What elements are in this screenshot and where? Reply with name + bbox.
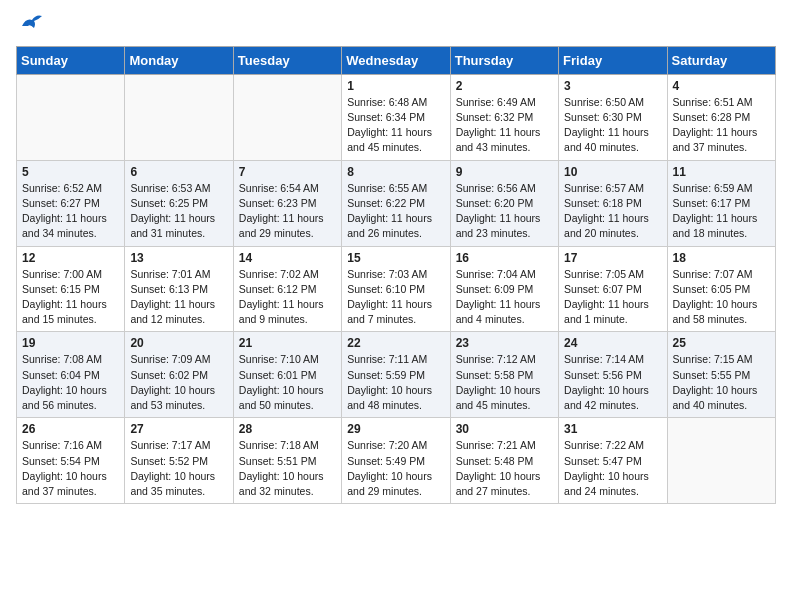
calendar-cell: 30Sunrise: 7:21 AM Sunset: 5:48 PM Dayli…: [450, 418, 558, 504]
calendar-cell: 19Sunrise: 7:08 AM Sunset: 6:04 PM Dayli…: [17, 332, 125, 418]
calendar-cell: 22Sunrise: 7:11 AM Sunset: 5:59 PM Dayli…: [342, 332, 450, 418]
day-number: 16: [456, 251, 553, 265]
calendar-cell: 31Sunrise: 7:22 AM Sunset: 5:47 PM Dayli…: [559, 418, 667, 504]
calendar-cell: 15Sunrise: 7:03 AM Sunset: 6:10 PM Dayli…: [342, 246, 450, 332]
day-number: 10: [564, 165, 661, 179]
weekday-header: Monday: [125, 46, 233, 74]
day-info: Sunrise: 7:05 AM Sunset: 6:07 PM Dayligh…: [564, 267, 661, 328]
day-number: 30: [456, 422, 553, 436]
calendar-cell: [125, 74, 233, 160]
day-info: Sunrise: 6:57 AM Sunset: 6:18 PM Dayligh…: [564, 181, 661, 242]
day-number: 17: [564, 251, 661, 265]
calendar-cell: 13Sunrise: 7:01 AM Sunset: 6:13 PM Dayli…: [125, 246, 233, 332]
day-number: 26: [22, 422, 119, 436]
day-info: Sunrise: 7:03 AM Sunset: 6:10 PM Dayligh…: [347, 267, 444, 328]
calendar-cell: [17, 74, 125, 160]
day-info: Sunrise: 7:01 AM Sunset: 6:13 PM Dayligh…: [130, 267, 227, 328]
day-number: 2: [456, 79, 553, 93]
calendar-week-row: 19Sunrise: 7:08 AM Sunset: 6:04 PM Dayli…: [17, 332, 776, 418]
day-number: 19: [22, 336, 119, 350]
day-number: 28: [239, 422, 336, 436]
day-number: 24: [564, 336, 661, 350]
day-info: Sunrise: 6:56 AM Sunset: 6:20 PM Dayligh…: [456, 181, 553, 242]
weekday-header: Wednesday: [342, 46, 450, 74]
calendar-cell: [233, 74, 341, 160]
day-info: Sunrise: 7:11 AM Sunset: 5:59 PM Dayligh…: [347, 352, 444, 413]
day-number: 23: [456, 336, 553, 350]
calendar-cell: 5Sunrise: 6:52 AM Sunset: 6:27 PM Daylig…: [17, 160, 125, 246]
day-info: Sunrise: 7:12 AM Sunset: 5:58 PM Dayligh…: [456, 352, 553, 413]
day-number: 14: [239, 251, 336, 265]
day-info: Sunrise: 7:10 AM Sunset: 6:01 PM Dayligh…: [239, 352, 336, 413]
day-info: Sunrise: 7:14 AM Sunset: 5:56 PM Dayligh…: [564, 352, 661, 413]
day-number: 27: [130, 422, 227, 436]
calendar-week-row: 1Sunrise: 6:48 AM Sunset: 6:34 PM Daylig…: [17, 74, 776, 160]
day-info: Sunrise: 7:07 AM Sunset: 6:05 PM Dayligh…: [673, 267, 770, 328]
day-info: Sunrise: 6:48 AM Sunset: 6:34 PM Dayligh…: [347, 95, 444, 156]
calendar-cell: 7Sunrise: 6:54 AM Sunset: 6:23 PM Daylig…: [233, 160, 341, 246]
weekday-header: Friday: [559, 46, 667, 74]
day-number: 4: [673, 79, 770, 93]
day-number: 5: [22, 165, 119, 179]
calendar-cell: 28Sunrise: 7:18 AM Sunset: 5:51 PM Dayli…: [233, 418, 341, 504]
calendar-cell: 17Sunrise: 7:05 AM Sunset: 6:07 PM Dayli…: [559, 246, 667, 332]
calendar-cell: 6Sunrise: 6:53 AM Sunset: 6:25 PM Daylig…: [125, 160, 233, 246]
day-number: 31: [564, 422, 661, 436]
day-number: 6: [130, 165, 227, 179]
day-info: Sunrise: 7:22 AM Sunset: 5:47 PM Dayligh…: [564, 438, 661, 499]
calendar-header-row: SundayMondayTuesdayWednesdayThursdayFrid…: [17, 46, 776, 74]
calendar-cell: 1Sunrise: 6:48 AM Sunset: 6:34 PM Daylig…: [342, 74, 450, 160]
weekday-header: Sunday: [17, 46, 125, 74]
weekday-header: Saturday: [667, 46, 775, 74]
calendar-cell: 9Sunrise: 6:56 AM Sunset: 6:20 PM Daylig…: [450, 160, 558, 246]
calendar-cell: 12Sunrise: 7:00 AM Sunset: 6:15 PM Dayli…: [17, 246, 125, 332]
day-info: Sunrise: 6:51 AM Sunset: 6:28 PM Dayligh…: [673, 95, 770, 156]
day-info: Sunrise: 7:08 AM Sunset: 6:04 PM Dayligh…: [22, 352, 119, 413]
day-info: Sunrise: 7:00 AM Sunset: 6:15 PM Dayligh…: [22, 267, 119, 328]
calendar-cell: 27Sunrise: 7:17 AM Sunset: 5:52 PM Dayli…: [125, 418, 233, 504]
day-number: 15: [347, 251, 444, 265]
day-info: Sunrise: 6:54 AM Sunset: 6:23 PM Dayligh…: [239, 181, 336, 242]
day-number: 13: [130, 251, 227, 265]
day-number: 8: [347, 165, 444, 179]
day-number: 3: [564, 79, 661, 93]
calendar-cell: 14Sunrise: 7:02 AM Sunset: 6:12 PM Dayli…: [233, 246, 341, 332]
day-info: Sunrise: 6:59 AM Sunset: 6:17 PM Dayligh…: [673, 181, 770, 242]
calendar-week-row: 12Sunrise: 7:00 AM Sunset: 6:15 PM Dayli…: [17, 246, 776, 332]
day-info: Sunrise: 7:09 AM Sunset: 6:02 PM Dayligh…: [130, 352, 227, 413]
day-info: Sunrise: 7:16 AM Sunset: 5:54 PM Dayligh…: [22, 438, 119, 499]
day-number: 20: [130, 336, 227, 350]
day-info: Sunrise: 6:50 AM Sunset: 6:30 PM Dayligh…: [564, 95, 661, 156]
calendar-week-row: 26Sunrise: 7:16 AM Sunset: 5:54 PM Dayli…: [17, 418, 776, 504]
weekday-header: Thursday: [450, 46, 558, 74]
calendar-cell: 24Sunrise: 7:14 AM Sunset: 5:56 PM Dayli…: [559, 332, 667, 418]
day-number: 22: [347, 336, 444, 350]
day-info: Sunrise: 6:49 AM Sunset: 6:32 PM Dayligh…: [456, 95, 553, 156]
logo: [16, 16, 42, 36]
calendar-cell: 4Sunrise: 6:51 AM Sunset: 6:28 PM Daylig…: [667, 74, 775, 160]
calendar-cell: 11Sunrise: 6:59 AM Sunset: 6:17 PM Dayli…: [667, 160, 775, 246]
calendar-cell: 29Sunrise: 7:20 AM Sunset: 5:49 PM Dayli…: [342, 418, 450, 504]
day-info: Sunrise: 7:15 AM Sunset: 5:55 PM Dayligh…: [673, 352, 770, 413]
day-number: 11: [673, 165, 770, 179]
calendar-cell: 16Sunrise: 7:04 AM Sunset: 6:09 PM Dayli…: [450, 246, 558, 332]
calendar-cell: [667, 418, 775, 504]
day-info: Sunrise: 7:21 AM Sunset: 5:48 PM Dayligh…: [456, 438, 553, 499]
calendar-cell: 21Sunrise: 7:10 AM Sunset: 6:01 PM Dayli…: [233, 332, 341, 418]
calendar-cell: 10Sunrise: 6:57 AM Sunset: 6:18 PM Dayli…: [559, 160, 667, 246]
day-info: Sunrise: 7:18 AM Sunset: 5:51 PM Dayligh…: [239, 438, 336, 499]
day-number: 21: [239, 336, 336, 350]
day-number: 18: [673, 251, 770, 265]
calendar-cell: 3Sunrise: 6:50 AM Sunset: 6:30 PM Daylig…: [559, 74, 667, 160]
calendar-cell: 2Sunrise: 6:49 AM Sunset: 6:32 PM Daylig…: [450, 74, 558, 160]
calendar-cell: 25Sunrise: 7:15 AM Sunset: 5:55 PM Dayli…: [667, 332, 775, 418]
calendar-cell: 26Sunrise: 7:16 AM Sunset: 5:54 PM Dayli…: [17, 418, 125, 504]
day-info: Sunrise: 7:04 AM Sunset: 6:09 PM Dayligh…: [456, 267, 553, 328]
logo-bird-icon: [20, 12, 42, 30]
day-info: Sunrise: 6:53 AM Sunset: 6:25 PM Dayligh…: [130, 181, 227, 242]
calendar-cell: 23Sunrise: 7:12 AM Sunset: 5:58 PM Dayli…: [450, 332, 558, 418]
day-number: 7: [239, 165, 336, 179]
calendar-table: SundayMondayTuesdayWednesdayThursdayFrid…: [16, 46, 776, 504]
day-info: Sunrise: 7:02 AM Sunset: 6:12 PM Dayligh…: [239, 267, 336, 328]
page-header: [16, 16, 776, 36]
